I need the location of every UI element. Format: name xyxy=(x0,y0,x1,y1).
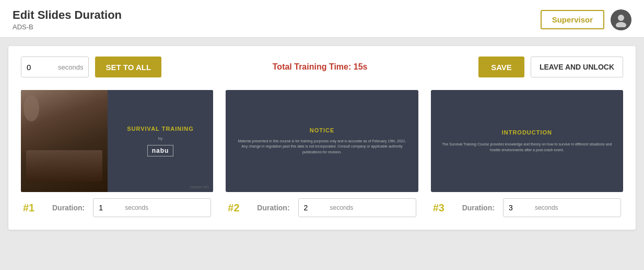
duration-unit-3: seconds xyxy=(530,204,564,211)
slides-grid: SURVIVAL TRAINING by nabu Version 001 #1… xyxy=(21,90,623,217)
slide2-text: Material presented in this course is for… xyxy=(236,139,407,155)
slide3-title: INTRODUCTION xyxy=(502,129,552,136)
slide-number-3: #3 xyxy=(433,202,452,214)
header-left: Edit Slides Duration ADS-B xyxy=(13,8,122,31)
duration-unit-1: seconds xyxy=(120,204,154,211)
slide-number-2: #2 xyxy=(228,202,247,214)
slide-item-1: SURVIVAL TRAINING by nabu Version 001 #1… xyxy=(21,90,213,217)
total-training-value: 15s xyxy=(354,62,368,71)
header-right: Supervisor xyxy=(541,9,631,30)
slide-thumbnail-3: INTRODUCTION The Survival Training Cours… xyxy=(431,90,623,192)
slide1-logo: nabu xyxy=(147,145,174,156)
total-training-display: Total Training Time: 15s xyxy=(168,62,472,72)
duration-unit-2: seconds xyxy=(325,204,359,211)
svg-point-0 xyxy=(618,15,624,21)
avatar[interactable] xyxy=(611,9,631,30)
svg-point-1 xyxy=(616,22,626,27)
slide-number-1: #1 xyxy=(23,202,42,214)
duration-input-2[interactable] xyxy=(299,199,325,217)
duration-input-wrap-3: seconds xyxy=(503,198,621,217)
main-content: seconds SET TO ALL Total Training Time: … xyxy=(0,38,644,238)
slide1-version: Version 001 xyxy=(190,185,209,189)
slide-duration-label-2: Duration: xyxy=(257,204,289,212)
duration-input-wrap-2: seconds xyxy=(298,198,416,217)
toolbar: seconds SET TO ALL Total Training Time: … xyxy=(21,57,623,77)
slide-footer-1: #1 Duration: seconds xyxy=(21,198,213,217)
set-to-all-button[interactable]: SET TO ALL xyxy=(95,57,161,77)
slide-content-right: SURVIVAL TRAINING by nabu Version 001 xyxy=(108,90,214,192)
slide3-text: The Survival Training Course provides kn… xyxy=(441,142,613,153)
slide1-by: by xyxy=(158,136,162,141)
slide-footer-2: #2 Duration: seconds xyxy=(226,198,418,217)
save-button[interactable]: SAVE xyxy=(478,57,524,77)
page-header: Edit Slides Duration ADS-B Supervisor xyxy=(0,0,644,38)
slide-item-3: INTRODUCTION The Survival Training Cours… xyxy=(431,90,623,217)
content-card: seconds SET TO ALL Total Training Time: … xyxy=(8,46,636,230)
supervisor-button[interactable]: Supervisor xyxy=(541,10,604,29)
duration-input-wrap-1: seconds xyxy=(93,198,211,217)
page-subtitle: ADS-B xyxy=(13,23,122,31)
slide1-title: SURVIVAL TRAINING xyxy=(127,126,194,132)
set-all-input[interactable] xyxy=(21,57,53,77)
slide-thumbnail-1: SURVIVAL TRAINING by nabu Version 001 xyxy=(21,90,213,192)
set-all-unit-label: seconds xyxy=(53,63,88,71)
leave-unlock-button[interactable]: LEAVE AND UNLOCK xyxy=(531,57,623,77)
set-all-input-wrap: seconds xyxy=(21,57,89,77)
duration-input-3[interactable] xyxy=(504,199,530,217)
slide-thumbnail-2: NOTICE Material presented in this course… xyxy=(226,90,418,192)
slide-footer-3: #3 Duration: seconds xyxy=(431,198,623,217)
page-title: Edit Slides Duration xyxy=(13,8,122,22)
cockpit-image xyxy=(21,90,108,192)
total-training-label: Total Training Time: xyxy=(273,62,352,71)
slide2-title: NOTICE xyxy=(310,127,335,133)
duration-input-1[interactable] xyxy=(93,199,120,217)
slide-item-2: NOTICE Material presented in this course… xyxy=(226,90,418,217)
slide-duration-label-1: Duration: xyxy=(52,204,85,212)
slide-duration-label-3: Duration: xyxy=(462,204,495,212)
